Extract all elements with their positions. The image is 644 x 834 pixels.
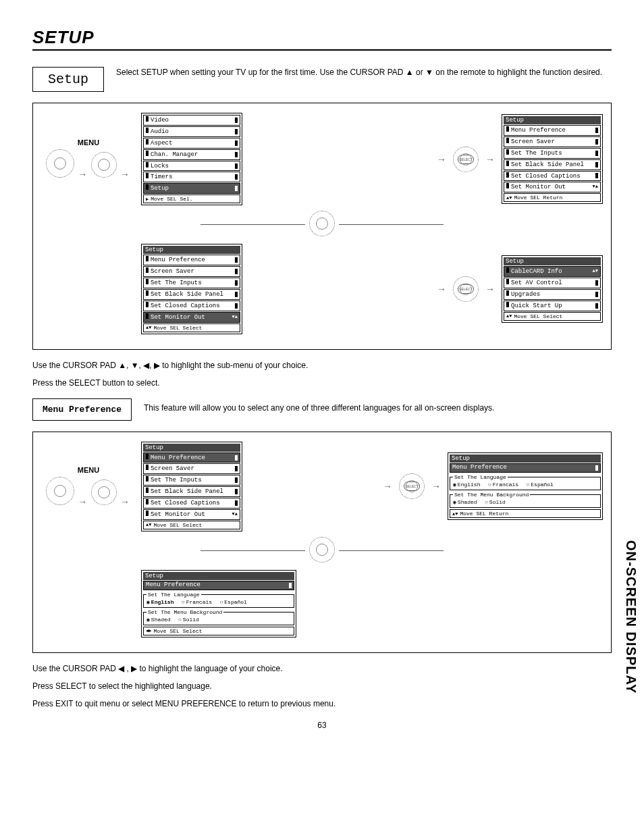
cursor-pad-icon: SELECT [453,276,479,302]
arrow-right-icon: → [78,496,87,507]
menu-preference-description: This feature will allow you to select an… [144,398,612,414]
bg-solid: Solid [485,499,506,505]
cursor-instruction-1: Use the CURSOR PAD ▲, ▼, ◀, ▶ to highlig… [32,359,612,371]
osd-setup-menu-3: Setup CableCARD Info▲▼ Set AV Control Up… [502,255,603,323]
arrow-right-icon: → [78,169,87,180]
arrow-right-icon: → [383,481,392,492]
arrow-right-icon: → [485,154,495,165]
cursor-pad-icon [46,149,74,178]
page-number: 63 [32,721,612,730]
arrow-right-icon: → [120,496,130,507]
lang-english: English [453,481,480,488]
cursor-pad-icon: SELECT [453,147,479,172]
select-button-icon: SELECT [458,155,474,164]
cursor-pad-icon: SELECT [399,473,425,499]
setup-description: Select SETUP when setting your TV up for… [116,67,612,78]
diagram-zone-1: MENU → → Video Audio Aspect Chan. Manage… [32,103,612,350]
lang-espanol: Español [219,599,246,605]
bg-solid: Solid [178,617,199,623]
diagram-zone-2: MENU → → Setup Menu Preference Screen Sa… [32,432,612,653]
arrow-right-icon: → [485,284,495,294]
bg-shaded: Shaded [453,499,477,505]
osd-main-menu: Video Audio Aspect Chan. Manager Locks T… [141,113,242,205]
menu-pref-header: Menu Preference This feature will allow … [32,398,612,421]
select-button-icon: SELECT [404,481,420,491]
select-instruction: Press the SELECT button to select. [32,377,612,389]
arrow-right-icon: → [437,284,446,294]
cursor-pad-icon [91,152,117,178]
cursor-pad-icon [46,477,74,505]
lang-espanol: Español [526,481,553,488]
menu-label: MENU [41,466,136,474]
lang-english-selected: English [146,599,173,605]
osd-language-menu-selected: Setup Menu Preference Set The Language E… [141,570,296,637]
end-instruction-1: Use the CURSOR PAD ◀ , ▶ to highlight th… [32,662,612,675]
page-title: SETUP [32,27,612,51]
osd-language-menu: Setup Menu Preference Set The Language E… [448,452,603,520]
cursor-pad-down-icon [309,537,335,563]
cursor-pad-down-icon [309,211,335,236]
arrow-right-icon: → [437,154,446,165]
menu-preference-label-box: Menu Preference [32,398,132,421]
side-tab-label: ON-SCREEN DISPLAY [623,540,639,694]
select-button-icon: SELECT [458,284,474,294]
setup-section-header: Setup Select SETUP when setting your TV … [32,67,612,92]
end-instruction-3: Press EXIT to quit menu or select MENU P… [32,698,612,710]
setup-label-box: Setup [32,67,104,92]
osd-pref-menu-1: Setup Menu Preference Screen Saver Set T… [141,442,242,531]
lang-francais: Francais [488,481,518,488]
cursor-pad-icon [91,479,117,505]
lang-francais: Francais [182,599,212,605]
arrow-right-icon: → [431,481,441,492]
menu-label: MENU [41,138,136,147]
osd-setup-menu-2: Setup Menu Preference Screen Saver Set T… [141,244,242,334]
osd-setup-menu-1: Setup Menu Preference Screen Saver Set T… [502,114,603,204]
arrow-right-icon: → [120,169,130,180]
end-instruction-2: Press SELECT to select the highlighted l… [32,680,612,692]
bg-shaded: Shaded [146,617,171,623]
